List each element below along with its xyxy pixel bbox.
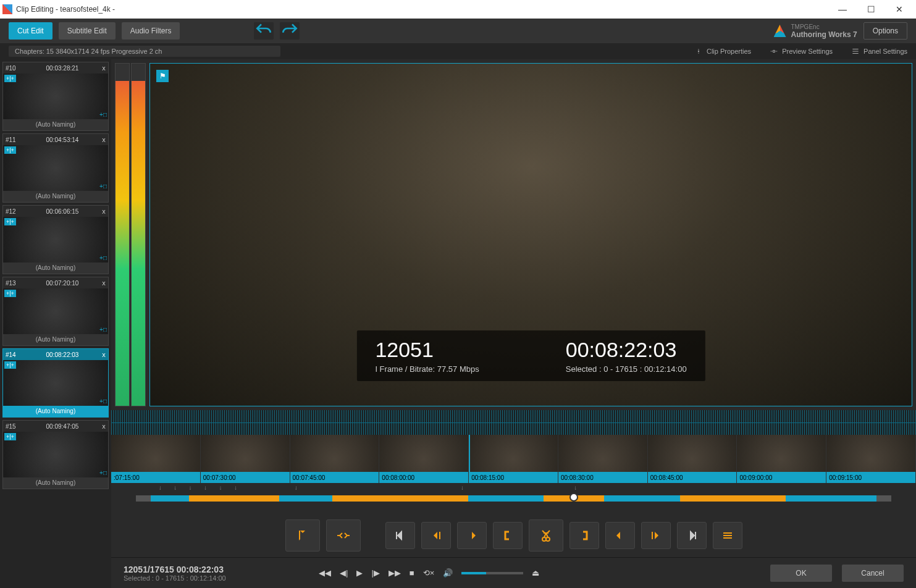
ok-button[interactable]: OK xyxy=(770,565,832,582)
cut-edit-button[interactable]: Cut Edit xyxy=(9,22,53,40)
meter-right xyxy=(131,63,146,406)
track-bar[interactable] xyxy=(136,495,891,502)
eject-button[interactable]: ⏏ xyxy=(532,568,539,578)
filmstrip-thumb[interactable]: 00:08:15:00 xyxy=(469,435,558,483)
loop-button[interactable]: ⟲× xyxy=(423,568,435,578)
clip-properties-link[interactable]: Clip Properties xyxy=(694,47,751,56)
video-preview[interactable]: ⚑ 12051 I Frame / Bitrate: 77.57 Mbps 00… xyxy=(149,63,912,406)
skip-fwd-button[interactable]: ▶▶ xyxy=(389,568,401,578)
close-icon[interactable]: x xyxy=(102,208,106,215)
edit-controls xyxy=(111,514,916,557)
filmstrip-thumb[interactable]: 00:09:15:00 xyxy=(826,435,916,483)
prev-frame-button[interactable] xyxy=(421,522,451,549)
app-icon xyxy=(2,4,12,14)
close-icon[interactable]: x xyxy=(102,280,106,287)
close-button[interactable]: ✕ xyxy=(885,0,914,19)
playback-controls: ◀◀ ◀| ▶ |▶ ▶▶ ■ ⟲× 🔊 ⏏ xyxy=(319,568,539,578)
filmstrip[interactable]: :07:15:0000:07:30:0000:07:45:0000:08:00:… xyxy=(111,435,916,483)
frame-info: I Frame / Bitrate: 77.57 Mbps xyxy=(375,364,479,374)
timecode: 00:08:22:03 xyxy=(566,338,687,362)
time-info: 12051/17615 00:08:22:03 Selected : 0 - 1… xyxy=(124,565,309,582)
volume-icon[interactable]: 🔊 xyxy=(443,568,453,578)
main-toolbar: Cut Edit Subtitle Edit Audio Filters TMP… xyxy=(0,19,916,43)
minimize-button[interactable]: — xyxy=(828,0,857,19)
window-title: Clip Editing - tearsofsteel_4k - xyxy=(16,5,828,14)
filmstrip-thumb[interactable]: 00:08:45:00 xyxy=(648,435,737,483)
redo-button[interactable] xyxy=(280,22,300,40)
chapter-item[interactable]: #1100:04:53:14x+|++□(Auto Naming) xyxy=(2,133,109,203)
next-keyframe-button[interactable] xyxy=(677,522,707,549)
preview-settings-link[interactable]: Preview Settings xyxy=(770,47,833,56)
close-icon[interactable]: x xyxy=(102,65,106,72)
cut-button[interactable] xyxy=(529,519,563,552)
maximize-button[interactable]: ☐ xyxy=(857,0,885,19)
filmstrip-thumb[interactable]: 00:08:30:00 xyxy=(558,435,648,483)
info-bar: Chapters: 15 3840x1714 24 fps Progressiv… xyxy=(0,43,916,59)
bottom-bar: 12051/17615 00:08:22:03 Selected : 0 - 1… xyxy=(111,557,916,588)
svg-point-1 xyxy=(773,50,775,52)
goto-in-button[interactable] xyxy=(457,522,487,549)
preview-overlay: 12051 I Frame / Bitrate: 77.57 Mbps 00:0… xyxy=(356,330,705,381)
timeline-track[interactable]: ↓↓↓↓↓↓↓↓↓ xyxy=(111,483,916,514)
set-chapter-button[interactable] xyxy=(285,519,320,552)
play-button[interactable]: ▶ xyxy=(356,568,363,578)
frame-number: 12051 xyxy=(375,338,479,362)
next-frame-button[interactable] xyxy=(641,522,671,549)
close-icon[interactable]: x xyxy=(102,423,106,430)
selected-range: Selected : 0 - 17615 : 00:12:14:00 xyxy=(566,364,687,374)
audio-meters xyxy=(115,63,146,406)
mark-in-button[interactable] xyxy=(493,522,523,549)
svg-point-3 xyxy=(546,537,550,541)
chapter-flag-icon: ⚑ xyxy=(156,70,169,82)
chapter-item[interactable]: #1200:06:06:15x+|++□(Auto Naming) xyxy=(2,205,109,274)
panel-settings-link[interactable]: Panel Settings xyxy=(851,47,907,56)
step-back-button[interactable]: ◀| xyxy=(340,568,348,578)
prev-keyframe-button[interactable] xyxy=(385,522,415,549)
chapter-sidebar[interactable]: #1000:03:28:21x+|++□(Auto Naming)#1100:0… xyxy=(0,59,111,588)
menu-button[interactable] xyxy=(713,522,742,549)
filmstrip-thumb[interactable]: 00:09:00:00 xyxy=(737,435,826,483)
mark-out-button[interactable] xyxy=(569,522,599,549)
split-button[interactable] xyxy=(326,519,361,552)
filmstrip-thumb[interactable]: 00:08:00:00 xyxy=(379,435,469,483)
chapter-item[interactable]: #1400:08:22:03x+|++□(Auto Naming) xyxy=(2,348,109,418)
cancel-button[interactable]: Cancel xyxy=(842,565,904,582)
close-icon[interactable]: x xyxy=(102,136,106,143)
stop-button[interactable]: ■ xyxy=(410,568,414,578)
logo-icon xyxy=(774,25,786,37)
subtitle-edit-button[interactable]: Subtitle Edit xyxy=(59,22,116,40)
volume-slider[interactable] xyxy=(461,572,523,574)
svg-point-0 xyxy=(698,51,699,52)
skip-back-button[interactable]: ◀◀ xyxy=(319,568,331,578)
goto-out-button[interactable] xyxy=(605,522,635,549)
step-fwd-button[interactable]: |▶ xyxy=(371,568,379,578)
undo-button[interactable] xyxy=(254,22,274,40)
audio-filters-button[interactable]: Audio Filters xyxy=(122,22,180,40)
playhead[interactable] xyxy=(569,493,578,502)
titlebar: Clip Editing - tearsofsteel_4k - — ☐ ✕ xyxy=(0,0,916,19)
close-icon[interactable]: x xyxy=(102,351,106,358)
chapter-item[interactable]: #1500:09:47:05x+|++□(Auto Naming) xyxy=(2,420,109,489)
chapter-item[interactable]: #1000:03:28:21x+|++□(Auto Naming) xyxy=(2,62,109,131)
audio-waveform[interactable] xyxy=(111,410,916,435)
chapter-item[interactable]: #1300:07:20:10x+|++□(Auto Naming) xyxy=(2,277,109,346)
filmstrip-thumb[interactable]: 00:07:45:00 xyxy=(290,435,380,483)
meter-left xyxy=(115,63,130,406)
brand-logo: TMPGEnc Authoring Works 7 xyxy=(774,23,857,39)
options-button[interactable]: Options xyxy=(863,22,907,40)
filmstrip-thumb[interactable]: :07:15:00 xyxy=(111,435,201,483)
chapters-info: Chapters: 15 3840x1714 24 fps Progressiv… xyxy=(9,46,280,57)
filmstrip-thumb[interactable]: 00:07:30:00 xyxy=(201,435,290,483)
